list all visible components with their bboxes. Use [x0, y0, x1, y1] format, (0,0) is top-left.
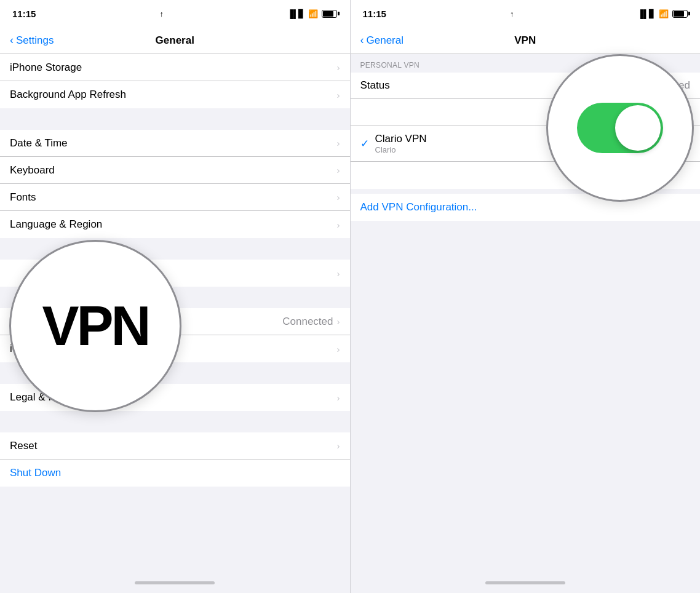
chevron-right-icon: ›	[337, 344, 340, 354]
battery-fill-right	[674, 11, 684, 17]
back-chevron-right: ‹	[360, 34, 364, 46]
home-bar-right	[485, 581, 565, 584]
item-right: ›	[337, 440, 340, 451]
list-item-shutdown[interactable]: Shut Down	[0, 460, 350, 487]
status-icons-left: ▐▌▊ 📶	[287, 9, 337, 18]
group-datetime: Date & Time › Keyboard › Fonts › Languag…	[0, 130, 350, 238]
home-bar	[135, 581, 215, 584]
spacer	[0, 411, 350, 432]
status-bar-left: 11:15 ↑ ▐▌▊ 📶	[0, 0, 350, 27]
battery-fill	[323, 11, 333, 17]
status-icons-right: ▐▌▊ 📶	[638, 9, 688, 18]
list-item[interactable]: Keyboard ›	[0, 157, 350, 184]
item-right: ›	[337, 220, 340, 230]
list-item[interactable]: Date & Time ›	[0, 130, 350, 157]
spacer	[0, 108, 350, 130]
toggle-knob-large	[615, 105, 661, 151]
signal-icon-right: ▐▌▊	[638, 9, 655, 18]
vpn-circle-text: VPN	[42, 295, 148, 358]
wifi-icon: 📶	[308, 9, 318, 18]
back-label-left: Settings	[16, 34, 54, 47]
list-item[interactable]: Background App Refresh ›	[0, 81, 350, 108]
vpn-connected-status: Connected	[282, 316, 333, 328]
item-label-shutdown: Shut Down	[10, 467, 61, 479]
chevron-right-icon: ›	[337, 138, 340, 148]
checkmark-icon: ✓	[360, 137, 369, 150]
list-item-reset[interactable]: Reset ›	[0, 432, 350, 460]
item-right: ›	[337, 192, 340, 202]
toggle-circle-overlay	[546, 54, 694, 202]
chevron-right-icon: ›	[337, 268, 340, 279]
left-phone: 11:15 ↑ ▐▌▊ 📶 ‹ Settings General iPhone …	[0, 0, 350, 593]
list-item[interactable]: Fonts ›	[0, 184, 350, 211]
section-label: PERSONAL VPN	[360, 61, 420, 70]
vpn-clario-info: Clario VPN Clario	[375, 133, 427, 154]
item-right: ›	[337, 90, 340, 100]
item-label: Keyboard	[10, 164, 55, 177]
status-label: Status	[360, 79, 390, 92]
status-bar-right: 11:15 ↑ ▐▌▊ 📶	[351, 0, 701, 27]
back-button-right[interactable]: ‹ General	[360, 34, 404, 47]
location-icon: ↑	[159, 9, 164, 18]
toggle-large[interactable]	[577, 103, 663, 153]
item-label: Background App Refresh	[10, 89, 126, 101]
chevron-right-icon: ›	[337, 220, 340, 230]
group-storage: iPhone Storage › Background App Refresh …	[0, 54, 350, 108]
item-label-reset: Reset	[10, 440, 37, 452]
back-button-left[interactable]: ‹ Settings	[10, 34, 54, 47]
chevron-right-icon: ›	[337, 165, 340, 175]
signal-icon: ▐▌▊	[287, 9, 304, 18]
group-reset: Reset › Shut Down	[0, 432, 350, 487]
chevron-right-icon: ›	[337, 192, 340, 202]
battery-icon-right	[672, 10, 688, 18]
battery-icon	[322, 10, 337, 18]
item-label: Language & Region	[10, 218, 102, 231]
item-right: ›	[337, 165, 340, 175]
home-indicator-right	[351, 572, 701, 593]
item-label: Date & Time	[10, 137, 68, 149]
spacer-bottom	[0, 487, 350, 508]
chevron-right-icon: ›	[337, 392, 340, 403]
item-right: ›	[337, 138, 340, 148]
chevron-right-icon: ›	[337, 440, 340, 451]
chevron-right-icon: ›	[337, 62, 340, 73]
back-label-right: General	[367, 34, 404, 47]
add-vpn-label: Add VPN Configuration...	[360, 201, 477, 213]
time-left: 11:15	[12, 9, 36, 19]
nav-bar-right: ‹ General VPN	[351, 27, 701, 54]
clario-vpn-sub: Clario	[375, 145, 427, 154]
back-chevron-left: ‹	[10, 34, 14, 46]
item-right: ›	[337, 62, 340, 73]
item-label: Fonts	[10, 191, 36, 204]
clario-vpn-name: Clario VPN	[375, 133, 427, 145]
vpn-circle-overlay: VPN	[9, 240, 181, 412]
item-right: ›	[337, 344, 340, 354]
list-item[interactable]: Language & Region ›	[0, 211, 350, 238]
home-indicator-left	[0, 572, 350, 593]
item-right: Connected ›	[282, 316, 340, 328]
add-vpn-link[interactable]: Add VPN Configuration...	[351, 194, 701, 221]
vpn-empty-area	[351, 221, 701, 479]
chevron-right-icon: ›	[337, 90, 340, 100]
nav-bar-left: ‹ Settings General	[0, 27, 350, 54]
item-label: iPhone Storage	[10, 62, 82, 74]
item-right: ›	[337, 392, 340, 403]
right-phone: 11:15 ↑ ▐▌▊ 📶 ‹ General VPN PERSONAL VPN…	[351, 0, 701, 593]
chevron-right-icon: ›	[337, 316, 340, 327]
location-icon-right: ↑	[510, 9, 514, 18]
item-right: ›	[337, 268, 340, 279]
page-title-left: General	[156, 34, 194, 47]
list-item[interactable]: iPhone Storage ›	[0, 54, 350, 81]
page-title-right: VPN	[514, 34, 536, 47]
time-right: 11:15	[363, 9, 386, 19]
wifi-icon-right: 📶	[659, 9, 669, 18]
